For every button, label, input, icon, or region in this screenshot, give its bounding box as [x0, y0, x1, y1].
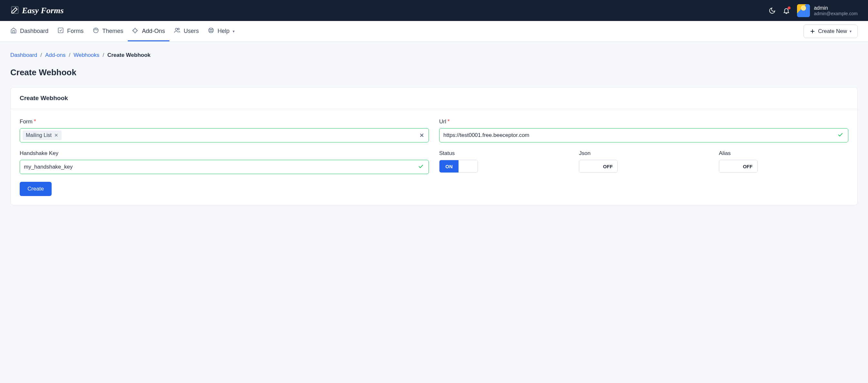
nav-links: Dashboard Forms Themes Add-Ons Users Hel… [10, 21, 235, 41]
create-button[interactable]: Create [20, 182, 52, 196]
form-field-label: Form * [20, 118, 429, 125]
nav-themes[interactable]: Themes [93, 21, 123, 41]
toggle-on-side [719, 160, 738, 172]
svg-point-9 [210, 29, 212, 32]
label-text: Form [20, 119, 33, 125]
url-field-label: Url * [439, 118, 848, 125]
breadcrumb-separator: / [69, 52, 70, 58]
nav-help[interactable]: Help ▾ [208, 21, 235, 41]
home-icon [10, 27, 17, 35]
url-field-group: Url * [439, 118, 848, 142]
pencil-square-icon [10, 5, 19, 16]
navbar: Dashboard Forms Themes Add-Ons Users Hel… [0, 21, 868, 42]
notification-dot [788, 6, 790, 9]
breadcrumb-separator: / [103, 52, 104, 58]
page-title: Create Webhook [10, 67, 858, 78]
json-toggle[interactable]: OFF [579, 160, 618, 173]
breadcrumb-dashboard[interactable]: Dashboard [10, 52, 37, 58]
page-content: Dashboard / Add-ons / Webhooks / Create … [0, 42, 868, 216]
breadcrumb-addons[interactable]: Add-ons [45, 52, 65, 58]
help-icon [208, 27, 214, 35]
user-menu[interactable]: admin admin@example.com [797, 4, 858, 17]
nav-users[interactable]: Users [174, 21, 199, 41]
check-square-icon [57, 27, 64, 35]
breadcrumb-current: Create Webhook [107, 52, 151, 58]
json-label: Json [579, 150, 708, 157]
alias-toggle[interactable]: OFF [719, 160, 757, 173]
chevron-down-icon: ▾ [849, 29, 851, 34]
brand-logo[interactable]: Easy Forms [10, 5, 64, 16]
clear-all-icon[interactable]: ✕ [420, 132, 424, 139]
toggle-off-side [459, 160, 477, 172]
toggle-on-side [579, 160, 598, 172]
alias-label: Alias [719, 150, 848, 157]
url-input[interactable] [443, 132, 834, 139]
handshake-field-label: Handshake Key [20, 150, 429, 157]
card-body: Form * Mailing List ✕ ✕ Url * [11, 109, 857, 205]
nav-addons[interactable]: Add-Ons [132, 21, 165, 41]
svg-point-4 [95, 29, 96, 29]
check-icon [837, 131, 843, 139]
card: Create Webhook Form * Mailing List ✕ ✕ [10, 87, 858, 205]
handshake-field-group: Handshake Key [20, 150, 429, 174]
nav-forms[interactable]: Forms [57, 21, 84, 41]
nav-label: Help [217, 28, 229, 34]
toggle-cluster: Status ON Json OFF Ali [439, 150, 848, 174]
tag-remove-icon[interactable]: ✕ [54, 132, 58, 138]
nav-dashboard[interactable]: Dashboard [10, 21, 49, 41]
label-text: Url [439, 119, 446, 125]
breadcrumb: Dashboard / Add-ons / Webhooks / Create … [10, 52, 858, 58]
breadcrumb-separator: / [40, 52, 42, 58]
handshake-input[interactable] [24, 164, 414, 170]
form-select[interactable]: Mailing List ✕ ✕ [20, 128, 429, 142]
svg-point-7 [178, 28, 179, 30]
toggle-on-label: ON [439, 160, 459, 172]
status-label: Status [439, 150, 568, 157]
breadcrumb-webhooks[interactable]: Webhooks [73, 52, 99, 58]
svg-rect-0 [11, 6, 19, 13]
plus-icon [810, 28, 815, 34]
svg-point-6 [175, 28, 178, 30]
url-input-wrap [439, 128, 848, 142]
svg-rect-1 [58, 28, 63, 33]
chevron-down-icon: ▾ [232, 29, 235, 34]
nav-label: Dashboard [20, 28, 49, 34]
toggle-off-label: OFF [738, 160, 757, 172]
svg-point-5 [97, 30, 97, 30]
topbar-right: admin admin@example.com [769, 4, 858, 17]
nav-label: Add-Ons [142, 28, 165, 34]
topbar: Easy Forms admin admin@example.com [0, 0, 868, 21]
required-asterisk: * [34, 118, 36, 125]
toggle-off-label: OFF [598, 160, 617, 172]
json-field-group: Json OFF [579, 150, 708, 174]
required-asterisk: * [447, 118, 450, 125]
user-name: admin [814, 5, 858, 11]
brand-name: Easy Forms [22, 6, 64, 16]
dark-mode-toggle[interactable] [769, 7, 776, 14]
svg-point-3 [95, 30, 95, 30]
nav-label: Forms [67, 28, 84, 34]
moon-icon [769, 7, 776, 14]
users-icon [174, 27, 180, 35]
check-icon [417, 163, 424, 171]
selected-tag: Mailing List ✕ [23, 130, 62, 140]
nav-label: Users [184, 28, 199, 34]
palette-icon [93, 27, 99, 35]
nav-label: Themes [102, 28, 123, 34]
card-header: Create Webhook [11, 88, 857, 109]
alias-field-group: Alias OFF [719, 150, 848, 174]
puzzle-icon [132, 27, 139, 35]
avatar [797, 4, 810, 17]
user-email: admin@example.com [814, 11, 858, 17]
user-info: admin admin@example.com [814, 5, 858, 17]
status-toggle[interactable]: ON [439, 160, 478, 173]
handshake-input-wrap [20, 160, 429, 174]
create-new-button[interactable]: Create New ▾ [803, 25, 858, 38]
tag-label: Mailing List [26, 132, 52, 138]
notifications-button[interactable] [783, 7, 790, 14]
status-field-group: Status ON [439, 150, 568, 174]
form-field-group: Form * Mailing List ✕ ✕ [20, 118, 429, 142]
create-new-label: Create New [818, 28, 847, 34]
